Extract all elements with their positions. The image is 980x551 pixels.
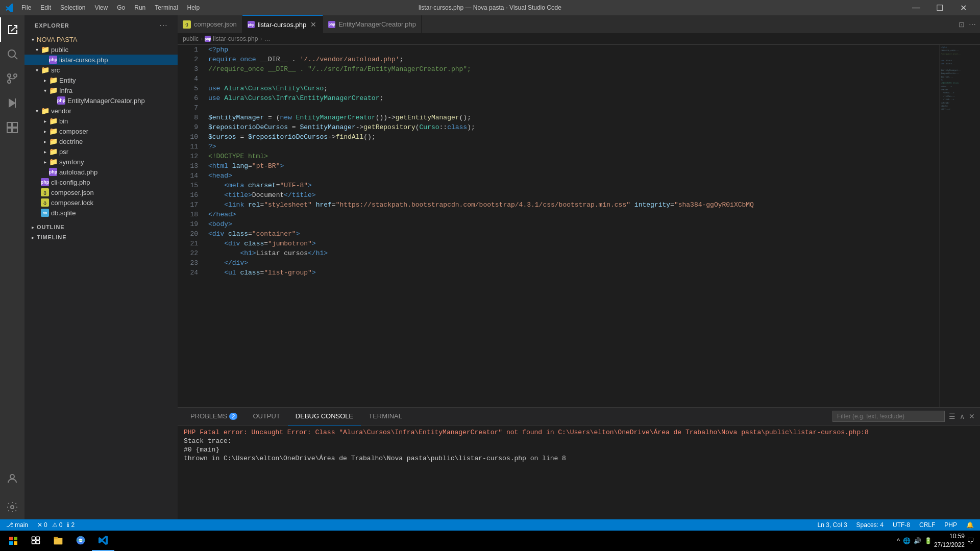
tab-listar-cursos[interactable]: php listar-cursos.php ✕ <box>242 15 323 33</box>
status-encoding[interactable]: UTF-8 <box>891 519 912 531</box>
sidebar-outline[interactable]: ▸ OUTLINE <box>24 222 178 232</box>
activity-bar <box>0 15 24 519</box>
menu-run[interactable]: Run <box>130 3 150 12</box>
breadcrumb-ellipsis[interactable]: … <box>264 35 270 42</box>
more-actions-button[interactable]: ⋯ <box>969 20 976 29</box>
activity-account[interactable] <box>0 466 24 491</box>
infra-label: Infra <box>59 87 72 94</box>
status-line-col[interactable]: Ln 3, Col 3 <box>816 519 849 531</box>
sidebar-item-cli-config[interactable]: ▸ php cli-config.php <box>24 177 178 187</box>
db-sqlite-label: db.sqlite <box>51 209 76 217</box>
composer-arrow: ▸ <box>41 127 49 135</box>
tree-root-folder[interactable]: ▾ NOVA PASTA <box>24 34 178 44</box>
activity-run[interactable] <box>0 91 24 115</box>
code-line-13: <html lang="pt-BR"> <box>203 161 939 171</box>
ln-2: 2 <box>178 55 198 64</box>
vendor-arrow: ▾ <box>33 107 41 115</box>
status-notifications[interactable]: 🔔 <box>964 519 976 531</box>
svg-line-1 <box>15 57 18 60</box>
status-spaces[interactable]: Spaces: 4 <box>854 519 886 531</box>
sidebar-item-public[interactable]: ▾ 📁 public <box>24 44 178 55</box>
systray-arrow[interactable]: ^ <box>897 537 900 544</box>
sidebar-item-composer-folder[interactable]: ▸ 📁 composer <box>24 126 178 136</box>
breadcrumb-sep1: › <box>201 35 203 42</box>
activity-explorer[interactable] <box>0 17 24 42</box>
panel-tab-debug-console[interactable]: DEBUG CONSOLE <box>288 408 361 425</box>
code-line-18: </head> <box>203 210 939 219</box>
sidebar-item-listar-cursos[interactable]: ▸ php listar-cursos.php <box>24 55 178 65</box>
sidebar-item-src[interactable]: ▾ 📁 src <box>24 65 178 75</box>
status-errors[interactable]: ✕ 0 ⚠ 0 ℹ 2 <box>35 519 77 531</box>
status-branch[interactable]: ⎇ main <box>4 519 30 531</box>
menu-view[interactable]: View <box>90 3 112 12</box>
sidebar-item-doctrine[interactable]: ▸ 📁 doctrine <box>24 136 178 146</box>
sidebar-item-entity[interactable]: ▸ 📁 Entity <box>24 75 178 85</box>
listar-cursos-icon: php <box>49 56 57 64</box>
sidebar-item-bin[interactable]: ▸ 📁 bin <box>24 116 178 126</box>
status-eol[interactable]: CRLF <box>917 519 937 531</box>
sidebar-item-vendor[interactable]: ▾ 📁 vendor <box>24 106 178 116</box>
code-line-4 <box>203 74 939 84</box>
code-line-1: <?php <box>203 45 939 55</box>
file-explorer-icon <box>53 535 63 545</box>
menu-edit[interactable]: Edit <box>36 3 55 12</box>
composer-folder-icon: 📁 <box>49 127 57 135</box>
panel-tab-problems[interactable]: PROBLEMS 2 <box>183 408 245 425</box>
sidebar-more-button[interactable]: ⋯ <box>159 20 167 30</box>
breadcrumb-file[interactable]: php listar-cursos.php <box>205 35 258 42</box>
taskbar-vscode[interactable] <box>92 531 114 551</box>
minimap: <?php require_once... //require_once... … <box>939 45 980 407</box>
activity-source-control[interactable] <box>0 66 24 91</box>
taskbar-start-button[interactable] <box>2 531 24 551</box>
minimize-button[interactable]: — <box>904 0 928 15</box>
sidebar-item-composer-json[interactable]: ▸ {} composer.json <box>24 187 178 197</box>
menu-go[interactable]: Go <box>113 3 129 12</box>
src-label: src <box>51 66 60 74</box>
activity-extensions[interactable] <box>0 115 24 140</box>
ln-17: 17 <box>178 200 198 210</box>
code-content[interactable]: <?php require_once __DIR__ . '/../vendor… <box>203 45 939 407</box>
sidebar-timeline[interactable]: ▸ TIMELINE <box>24 232 178 242</box>
sidebar-item-db-sqlite[interactable]: ▸ db db.sqlite <box>24 208 178 218</box>
tab-listar-cursos-close[interactable]: ✕ <box>309 20 317 29</box>
notification-center[interactable]: 🗨 <box>967 537 974 545</box>
sidebar-item-symfony[interactable]: ▸ 📁 symfony <box>24 157 178 167</box>
close-button[interactable]: ✕ <box>951 0 975 15</box>
activity-settings[interactable] <box>0 495 24 519</box>
tab-composer-json[interactable]: {} composer.json <box>178 15 242 33</box>
taskbar-clock[interactable]: 10:59 27/12/2022 <box>934 532 965 549</box>
panel-tab-output[interactable]: OUTPUT <box>245 408 287 425</box>
menu-file[interactable]: File <box>17 3 35 12</box>
split-editor-button[interactable]: ⊡ <box>959 20 965 29</box>
taskbar-explorer[interactable] <box>47 531 69 551</box>
panel-tab-terminal[interactable]: TERMINAL <box>361 408 410 425</box>
code-line-14: <head> <box>203 171 939 181</box>
sidebar-item-psr[interactable]: ▸ 📁 psr <box>24 146 178 157</box>
sidebar-item-composer-lock[interactable]: ▸ {} composer.lock <box>24 197 178 208</box>
public-label: public <box>51 46 68 54</box>
sidebar-item-entitymanagercreator[interactable]: ▸ php EntityManagerCreator.php <box>24 95 178 106</box>
svg-point-4 <box>14 74 17 77</box>
menu-terminal[interactable]: Terminal <box>151 3 182 12</box>
sidebar-item-infra[interactable]: ▾ 📁 Infra <box>24 85 178 95</box>
menu-help[interactable]: Help <box>183 3 204 12</box>
panel-maximize-button[interactable]: ∧ <box>960 412 965 420</box>
timeline-arrow: ▸ <box>29 233 37 241</box>
taskbar-taskview[interactable] <box>24 531 47 551</box>
sidebar-item-autoload[interactable]: ▸ php autoload.php <box>24 167 178 177</box>
menu-selection[interactable]: Selection <box>56 3 89 12</box>
activity-search[interactable] <box>0 42 24 66</box>
panel-filter-input[interactable] <box>832 411 945 422</box>
code-line-10: $cursos = $repositorioDeCursos->findAll(… <box>203 132 939 142</box>
psr-label: psr <box>59 148 68 156</box>
breadcrumb-public[interactable]: public <box>183 35 199 42</box>
status-encoding-label: UTF-8 <box>893 521 910 529</box>
tab-entitymanagercreator[interactable]: php EntityManagerCreator.php <box>323 15 422 33</box>
maximize-button[interactable]: ☐ <box>928 0 951 15</box>
taskbar-chrome[interactable] <box>69 531 92 551</box>
panel-close-button[interactable]: ✕ <box>969 412 975 420</box>
db-sqlite-icon: db <box>41 209 49 217</box>
status-language[interactable]: PHP <box>942 519 959 531</box>
tab-listar-cursos-label: listar-cursos.php <box>258 21 306 29</box>
panel-list-view-button[interactable]: ☰ <box>949 412 955 420</box>
